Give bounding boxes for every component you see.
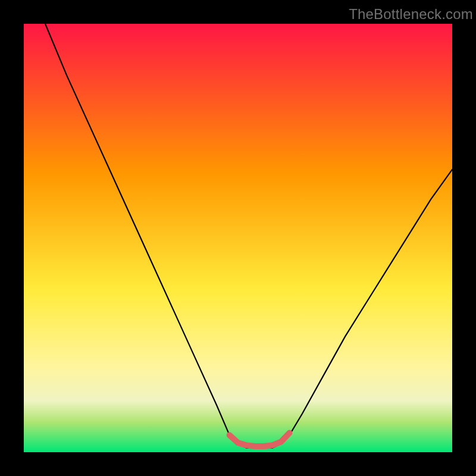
chart-svg [24, 24, 452, 452]
gradient-background [24, 24, 452, 452]
chart-frame: TheBottleneck.com [0, 0, 476, 476]
watermark-text: TheBottleneck.com [349, 6, 473, 23]
plot-area [24, 24, 452, 452]
